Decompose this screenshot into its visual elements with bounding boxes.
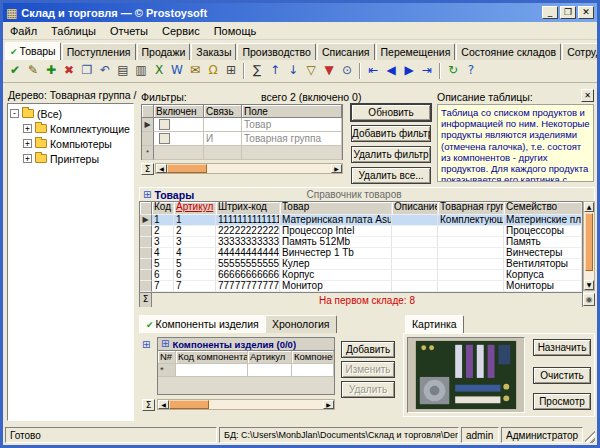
print-preview-icon[interactable]: ▥ xyxy=(132,62,150,80)
product-row[interactable]: 7 7 7777777777777 Монитор Мониторы xyxy=(140,281,582,292)
view-picture-button[interactable]: Просмотр xyxy=(533,393,591,410)
sort-desc-icon[interactable]: ↓ xyxy=(284,62,302,80)
tab-components[interactable]: ✔Компоненты изделия xyxy=(139,315,266,333)
product-row[interactable]: ▶ 1 1 1111111111111 Материнская плата As… xyxy=(140,215,582,226)
confirm-icon[interactable]: ✔ xyxy=(6,62,24,80)
main-tab[interactable]: ✔Производство xyxy=(237,43,315,60)
scroll-track[interactable] xyxy=(207,164,331,173)
menu-item[interactable]: Сервис xyxy=(155,23,207,39)
clear-filter-icon[interactable]: ▼ xyxy=(320,62,338,80)
product-row[interactable]: 3 3 3333333333333 Память 512Mb Память xyxy=(140,237,582,248)
tree-item[interactable]: + Комплектующие xyxy=(23,121,131,136)
scroll-left-icon[interactable]: ◀ xyxy=(156,164,167,173)
maximize-button[interactable]: ❐ xyxy=(560,6,576,19)
column-header-sku[interactable]: Артикул xyxy=(174,202,216,215)
sort-asc-icon[interactable]: ↑ xyxy=(266,62,284,80)
main-tab[interactable]: ✔Продажи xyxy=(137,43,191,60)
sum-icon[interactable]: Σ xyxy=(142,399,155,411)
nav-next-icon[interactable]: ▶ xyxy=(400,62,418,80)
undo-icon[interactable]: ↶ xyxy=(96,62,114,80)
filter-row[interactable]: ▶ Товар xyxy=(142,118,342,132)
scroll-left-icon[interactable]: ◀ xyxy=(158,400,169,409)
mail-icon[interactable]: ✉ xyxy=(186,62,204,80)
close-icon[interactable]: ✕ xyxy=(581,89,594,102)
column-header-field[interactable]: Поле xyxy=(242,105,342,118)
scrollbar-thumb[interactable] xyxy=(167,164,207,173)
settings-icon[interactable]: ⊞ xyxy=(222,62,240,80)
column-header-description[interactable]: Описание xyxy=(392,202,438,215)
remove-filter-button[interactable]: Удалить фильтр xyxy=(351,146,431,163)
column-header-name[interactable]: Товар xyxy=(280,202,392,215)
column-header-link[interactable]: Связь xyxy=(204,105,242,118)
nav-first-icon[interactable]: ⇤ xyxy=(364,62,382,80)
clear-picture-button[interactable]: Очистить xyxy=(533,367,591,384)
menu-item[interactable]: Таблицы xyxy=(44,23,103,39)
photo-indicator-icon[interactable]: ◉ xyxy=(583,293,595,306)
components-new-row[interactable]: * xyxy=(158,364,334,377)
main-tab[interactable]: ✔Состояние складов xyxy=(456,43,561,60)
main-tab[interactable]: ✔Сотрудники xyxy=(562,43,600,60)
column-header-group[interactable]: Товарная группа xyxy=(438,202,504,215)
column-header-sku[interactable]: Артикул xyxy=(248,351,292,364)
column-header-barcode[interactable]: Штрих-код xyxy=(216,202,280,215)
resize-grip[interactable] xyxy=(585,427,595,443)
tree-item[interactable]: + Компьютеры xyxy=(23,136,131,151)
column-header-component[interactable]: Компонент xyxy=(292,351,334,364)
menu-item[interactable]: Помощь xyxy=(207,23,264,39)
collapse-icon[interactable]: - xyxy=(10,109,19,118)
column-header-number[interactable]: N# xyxy=(158,351,176,364)
expand-icon[interactable]: + xyxy=(23,124,32,133)
main-tab[interactable]: ✔Перемещения xyxy=(376,43,456,60)
delete-icon[interactable]: ✖ xyxy=(60,62,78,80)
lock-icon[interactable]: Ω xyxy=(204,62,222,80)
close-button[interactable]: ✕ xyxy=(578,6,594,19)
assign-picture-button[interactable]: Назначить xyxy=(533,339,591,356)
add-icon[interactable]: ✚ xyxy=(42,62,60,80)
product-row[interactable]: 2 2 2222222222222 Процессор Intel Процес… xyxy=(140,226,582,237)
scroll-right-icon[interactable]: ▶ xyxy=(331,164,342,173)
tab-picture[interactable]: Картинка xyxy=(405,315,464,333)
filter-icon[interactable]: ▽ xyxy=(302,62,320,80)
scrollbar-thumb[interactable] xyxy=(169,400,209,409)
add-component-button[interactable]: Добавить xyxy=(341,341,395,358)
menu-item[interactable]: Файл xyxy=(3,23,44,39)
product-row[interactable]: 4 4 4444444444444 Винчестер 1 Tb Винчест… xyxy=(140,248,582,259)
filter-enabled-checkbox[interactable] xyxy=(159,133,170,144)
product-row[interactable]: 5 5 5555555555555 Кулер Вентиляторы xyxy=(140,259,582,270)
product-row[interactable]: 6 6 6666666666666 Корпус Корпуса xyxy=(140,270,582,281)
products-vertical-scrollbar[interactable]: ▲ ▼ xyxy=(583,201,595,291)
nav-prev-icon[interactable]: ◀ xyxy=(382,62,400,80)
refresh-icon[interactable]: ↻ xyxy=(444,62,462,80)
tree-item-root[interactable]: - (Все) xyxy=(10,106,131,121)
main-tab[interactable]: ✔Товары xyxy=(5,42,61,60)
copy-icon[interactable]: ❐ xyxy=(78,62,96,80)
scroll-up-icon[interactable]: ▲ xyxy=(584,202,594,212)
filter-enabled-checkbox[interactable] xyxy=(159,119,170,130)
nav-last-icon[interactable]: ⇥ xyxy=(418,62,436,80)
export-excel-icon[interactable]: X xyxy=(150,62,168,80)
filter-horizontal-scrollbar[interactable]: ◀ ▶ xyxy=(155,163,343,174)
refresh-button[interactable]: Обновить xyxy=(351,104,431,121)
main-tab[interactable]: ✔Списания xyxy=(317,43,375,60)
scrollbar-thumb[interactable] xyxy=(585,213,593,271)
filter-row[interactable]: И Товарная группа xyxy=(142,132,342,146)
tab-chronology[interactable]: Хронология xyxy=(265,315,337,333)
sum-icon[interactable]: Σ xyxy=(141,163,154,175)
sum-icon[interactable]: ∑ xyxy=(248,62,266,80)
filter-new-row[interactable]: * xyxy=(142,146,342,160)
add-filter-button[interactable]: Добавить фильтр xyxy=(351,125,431,142)
expand-icon[interactable]: + xyxy=(23,154,32,163)
column-header-enabled[interactable]: Включен xyxy=(154,105,204,118)
column-header-component-code[interactable]: Код компонента xyxy=(176,351,248,364)
help-icon[interactable]: ? xyxy=(462,62,480,80)
sum-icon[interactable]: Σ xyxy=(140,293,152,307)
tree-item[interactable]: + Принтеры xyxy=(23,151,131,166)
column-header-code[interactable]: Код xyxy=(152,202,174,215)
minimize-button[interactable]: _ xyxy=(542,6,558,19)
scroll-right-icon[interactable]: ▶ xyxy=(323,400,334,409)
menu-item[interactable]: Отчеты xyxy=(103,23,155,39)
remove-component-button[interactable]: Удалить xyxy=(341,381,395,398)
search-icon[interactable]: ⊙ xyxy=(338,62,356,80)
expand-icon[interactable]: + xyxy=(23,139,32,148)
column-header-family[interactable]: Семейство xyxy=(504,202,582,215)
